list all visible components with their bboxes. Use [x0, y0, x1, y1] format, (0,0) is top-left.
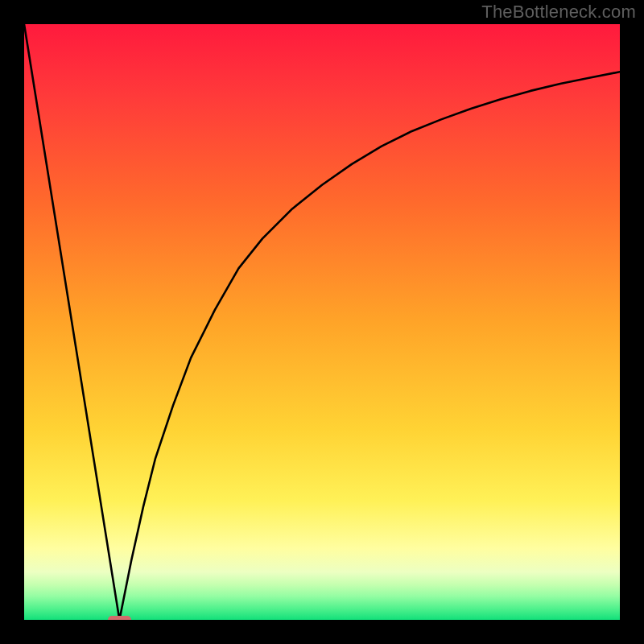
optimum-marker	[108, 616, 132, 620]
plot-area	[24, 24, 620, 620]
chart-frame: TheBottleneck.com	[0, 0, 644, 644]
bottleneck-curve	[24, 24, 620, 620]
watermark-text: TheBottleneck.com	[481, 2, 636, 23]
curve-path	[24, 24, 620, 620]
